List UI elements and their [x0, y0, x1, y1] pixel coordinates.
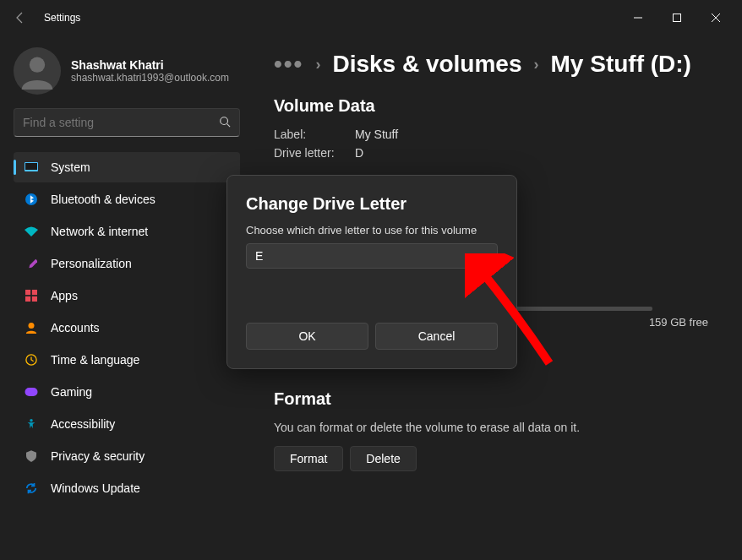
- svg-rect-10: [25, 290, 30, 295]
- user-profile[interactable]: Shashwat Khatri shashwat.khatri1993@outl…: [14, 44, 240, 108]
- search-input[interactable]: [23, 116, 219, 129]
- chevron-down-icon: [480, 251, 488, 261]
- maximize-button[interactable]: [657, 4, 696, 31]
- sidebar-item-label: Windows Update: [51, 481, 140, 495]
- breadcrumb-ellipsis[interactable]: •••: [274, 51, 303, 78]
- bluetooth-icon: [24, 192, 39, 207]
- back-button[interactable]: [7, 4, 34, 31]
- svg-rect-16: [25, 388, 38, 396]
- sidebar-item-label: Accounts: [51, 321, 100, 334]
- sidebar-item-label: Apps: [51, 289, 78, 302]
- sidebar: Shashwat Khatri shashwat.khatri1993@outl…: [0, 35, 254, 560]
- breadcrumb-disks[interactable]: Disks & volumes: [332, 51, 521, 78]
- label-value: My Stuff: [355, 128, 398, 141]
- dialog-description: Choose which drive letter to use for thi…: [246, 224, 498, 237]
- sidebar-item-label: System: [51, 160, 90, 174]
- user-email: shashwat.khatri1993@outlook.com: [71, 72, 229, 84]
- brush-icon: [24, 256, 39, 271]
- svg-rect-8: [25, 163, 37, 170]
- shield-icon: [24, 449, 39, 464]
- svg-point-5: [221, 117, 228, 124]
- drive-letter-select[interactable]: E: [246, 243, 498, 269]
- sidebar-item-person[interactable]: Accounts: [14, 313, 240, 343]
- sidebar-item-system[interactable]: System: [14, 152, 240, 182]
- clock-icon: [24, 352, 39, 367]
- sidebar-item-label: Privacy & security: [51, 449, 145, 463]
- volume-letter-row: Drive letter: D: [274, 146, 708, 160]
- svg-point-14: [29, 323, 35, 329]
- sidebar-item-label: Gaming: [51, 385, 92, 399]
- sidebar-item-clock[interactable]: Time & language: [14, 345, 240, 375]
- selected-letter: E: [255, 249, 263, 263]
- delete-button[interactable]: Delete: [350, 446, 416, 471]
- format-button[interactable]: Format: [274, 446, 343, 471]
- system-icon: [24, 160, 39, 175]
- nav-list: SystemBluetooth & devicesNetwork & inter…: [14, 152, 240, 503]
- svg-rect-12: [25, 296, 30, 302]
- sidebar-item-label: Time & language: [51, 353, 139, 367]
- search-box[interactable]: [14, 108, 240, 137]
- volume-label-row: Label: My Stuff: [274, 128, 708, 141]
- sidebar-item-gaming[interactable]: Gaming: [14, 377, 240, 407]
- section-title-volume: Volume Data: [274, 96, 708, 116]
- person-icon: [24, 320, 39, 335]
- sidebar-item-label: Personalization: [51, 257, 132, 270]
- label-key: Label:: [274, 128, 355, 141]
- format-description: You can format or delete the volume to e…: [274, 421, 708, 434]
- sidebar-item-label: Bluetooth & devices: [51, 193, 155, 206]
- svg-point-9: [25, 193, 37, 205]
- sidebar-item-bluetooth[interactable]: Bluetooth & devices: [14, 184, 240, 215]
- chevron-right-icon: ›: [315, 56, 320, 73]
- wifi-icon: [24, 224, 39, 239]
- sidebar-item-label: Accessibility: [51, 417, 115, 431]
- gaming-icon: [24, 384, 39, 400]
- sidebar-item-shield[interactable]: Privacy & security: [14, 441, 240, 471]
- sidebar-item-brush[interactable]: Personalization: [14, 248, 240, 279]
- sidebar-item-accessibility[interactable]: Accessibility: [14, 409, 240, 439]
- close-button[interactable]: [696, 4, 735, 31]
- svg-point-17: [30, 419, 33, 422]
- search-icon: [219, 116, 231, 130]
- sidebar-item-label: Network & internet: [51, 225, 148, 238]
- letter-value: D: [355, 146, 363, 160]
- sidebar-item-update[interactable]: Windows Update: [14, 473, 240, 503]
- svg-rect-13: [32, 296, 37, 302]
- svg-rect-1: [674, 14, 681, 22]
- avatar: [14, 47, 61, 95]
- svg-rect-11: [32, 290, 37, 295]
- breadcrumb: ••• › Disks & volumes › My Stuff (D:): [274, 44, 708, 78]
- sidebar-item-apps[interactable]: Apps: [14, 280, 240, 311]
- svg-point-4: [30, 57, 45, 73]
- window-title: Settings: [44, 12, 80, 24]
- chevron-right-icon: ›: [534, 56, 539, 73]
- window-controls: [619, 4, 735, 31]
- sidebar-item-wifi[interactable]: Network & internet: [14, 216, 240, 247]
- letter-key: Drive letter:: [274, 146, 355, 160]
- dialog-title: Change Drive Letter: [246, 194, 498, 214]
- accessibility-icon: [24, 416, 39, 432]
- titlebar: Settings: [0, 0, 742, 35]
- apps-icon: [24, 288, 39, 303]
- user-name: Shashwat Khatri: [71, 58, 229, 72]
- section-title-format: Format: [274, 389, 708, 409]
- breadcrumb-current: My Stuff (D:): [551, 51, 691, 78]
- cancel-button[interactable]: Cancel: [375, 323, 498, 350]
- ok-button[interactable]: OK: [246, 323, 368, 350]
- update-icon: [24, 481, 39, 496]
- svg-line-6: [227, 123, 231, 127]
- minimize-button[interactable]: [619, 4, 657, 31]
- change-drive-letter-dialog: Change Drive Letter Choose which drive l…: [226, 175, 517, 369]
